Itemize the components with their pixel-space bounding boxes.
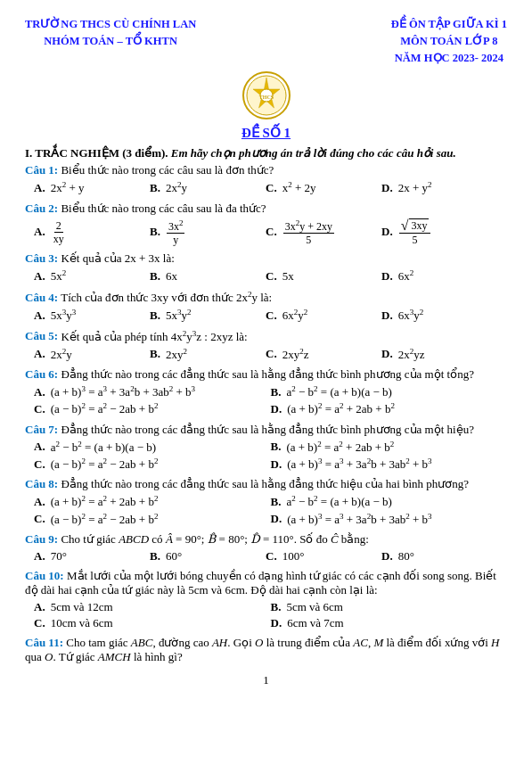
q3-text: Kết quả của 2x + 3x là: xyxy=(61,251,174,265)
q10-label: Câu 10: xyxy=(25,569,64,582)
q2-label: Câu 2: xyxy=(25,202,58,215)
question-11: Câu 11: Cho tam giác ABC, đường cao AH. … xyxy=(25,636,507,664)
q1-a: A. 2x2 + y xyxy=(34,180,141,195)
q1-answers: A. 2x2 + y B. 2x2y C. x2 + 2y D. 2x + y2 xyxy=(34,180,507,195)
q2-a: A. 2xy xyxy=(34,218,141,247)
q2-b: B. 3x2y xyxy=(150,218,257,247)
q5-label: Câu 5: xyxy=(25,330,58,343)
question-10: Câu 10: Mắt lưới của một lưới bóng chuyề… xyxy=(25,569,507,630)
q6-d: D. (a + b)2 = a2 + 2ab + b2 xyxy=(271,401,499,416)
logo-container: THCS xyxy=(25,71,507,119)
section-desc: Em hãy chọn phương án trả lời đúng cho c… xyxy=(171,146,456,160)
q8-answers: A. (a + b)2 = a2 + 2ab + b2 B. a2 − b2 =… xyxy=(34,494,507,527)
q9-text: Cho tứ giác ABCD có Â = 90°; B̂ = 80°; D… xyxy=(61,532,369,546)
school-year: NĂM HỌC 2023- 2024 xyxy=(391,50,507,67)
q10-answers: A. 5cm và 12cm B. 5cm và 6cm C. 10cm và … xyxy=(34,600,507,630)
q2-text: Biểu thức nào trong các câu sau là đa th… xyxy=(61,202,266,215)
q3-c: C. 5x xyxy=(266,268,372,284)
question-7: Câu 7: Đẳng thức nào trong các đẳng thức… xyxy=(25,423,507,473)
q2-d: D. √3xy 5 xyxy=(381,218,488,247)
q1-b: B. 2x2y xyxy=(150,180,257,195)
q3-b: B. 6x xyxy=(150,268,257,284)
q5-d: D. 2x2yz xyxy=(381,347,488,362)
q8-label: Câu 8: xyxy=(25,477,58,490)
exam-info: ĐỀ ÔN TẬP GIỮA KÌ 1 MÔN TOÁN LỚP 8 NĂM H… xyxy=(391,16,507,66)
q4-label: Câu 4: xyxy=(25,291,58,304)
q1-label: Câu 1: xyxy=(25,163,58,177)
q6-answers: A. (a + b)3 = a3 + 3a2b + 3ab2 + b3 B. a… xyxy=(34,384,507,417)
q8-b: B. a2 − b2 = (a + b)(a − b) xyxy=(271,494,499,509)
q11-text: Cho tam giác ABC, đường cao AH. Gọi O là… xyxy=(25,636,499,663)
q4-c: C. 6x2y2 xyxy=(266,308,372,323)
school-logo: THCS xyxy=(242,71,291,119)
q4-d: D. 6x3y2 xyxy=(381,308,488,323)
question-1: Câu 1: Biểu thức nào trong các câu sau l… xyxy=(25,163,507,195)
q7-label: Câu 7: xyxy=(25,423,58,436)
exam-type: ĐỀ ÔN TẬP GIỮA KÌ 1 xyxy=(391,16,507,33)
q2-answers: A. 2xy B. 3x2y C. 3x2y + 2xy5 D. √3xy xyxy=(34,218,507,247)
q2-c: C. 3x2y + 2xy5 xyxy=(266,218,372,247)
exam-title: ĐỀ SỐ 1 xyxy=(25,125,507,141)
q8-text: Đẳng thức nào trong các đẳng thức sau là… xyxy=(61,477,469,490)
q9-d: D. 80° xyxy=(381,549,488,564)
q9-a: A. 70° xyxy=(34,549,141,564)
q4-answers: A. 5x3y3 B. 5x3y2 C. 6x2y2 D. 6x3y2 xyxy=(34,308,507,323)
subject: MÔN TOÁN LỚP 8 xyxy=(391,33,507,50)
q10-a: A. 5cm và 12cm xyxy=(34,600,262,614)
q7-b: B. (a + b)2 = a2 + 2ab + b2 xyxy=(271,440,499,455)
section-label: I. TRẮC NGHIỆM (3 điểm). xyxy=(25,146,168,160)
question-2: Câu 2: Biểu thức nào trong các câu sau l… xyxy=(25,202,507,247)
question-3: Câu 3: Kết quả của 2x + 3x là: A. 5x2 B.… xyxy=(25,251,507,284)
q9-b: B. 60° xyxy=(150,549,257,564)
q5-text: Kết quả của phép tính 4x2y3z : 2xyz là: xyxy=(61,330,247,343)
q6-c: C. (a − b)2 = a2 − 2ab + b2 xyxy=(34,401,262,416)
q3-d: D. 6x2 xyxy=(381,268,488,284)
q10-c: C. 10cm và 6cm xyxy=(34,616,262,630)
school-info: TRƯỜNG THCS CÙ CHÍNH LAN NHÓM TOÁN – TỔ … xyxy=(25,16,196,50)
question-6: Câu 6: Đẳng thức nào trong các đẳng thức… xyxy=(25,367,507,417)
q3-answers: A. 5x2 B. 6x C. 5x D. 6x2 xyxy=(34,268,507,284)
q6-label: Câu 6: xyxy=(25,367,58,381)
q9-answers: A. 70° B. 60° C. 100° D. 80° xyxy=(34,549,507,564)
q1-text: Biểu thức nào trong các câu sau là đơn t… xyxy=(61,163,274,177)
section-title: I. TRẮC NGHIỆM (3 điểm). Em hãy chọn phư… xyxy=(25,146,507,160)
q5-c: C. 2xy2z xyxy=(266,347,372,362)
group-name: NHÓM TOÁN – TỔ KHTN xyxy=(25,33,196,50)
q9-c: C. 100° xyxy=(266,549,372,564)
q5-b: B. 2xy2 xyxy=(150,347,257,362)
q6-text: Đẳng thức nào trong các đẳng thức sau là… xyxy=(61,367,474,381)
q8-c: C. (a − b)2 = a2 − 2ab + b2 xyxy=(34,512,262,527)
q4-a: A. 5x3y3 xyxy=(34,308,141,323)
q1-c: C. x2 + 2y xyxy=(266,180,372,195)
q1-d: D. 2x + y2 xyxy=(381,180,488,195)
q9-label: Câu 9: xyxy=(25,532,58,546)
q4-text: Tích của đơn thức 3xy với đơn thức 2x2y … xyxy=(61,291,272,304)
q7-a: A. a2 − b2 = (a + b)(a − b) xyxy=(34,440,262,455)
q11-label: Câu 11: xyxy=(25,636,63,649)
q4-b: B. 5x3y2 xyxy=(150,308,257,323)
q7-answers: A. a2 − b2 = (a + b)(a − b) B. (a + b)2 … xyxy=(34,440,507,473)
school-name: TRƯỜNG THCS CÙ CHÍNH LAN xyxy=(25,16,196,33)
q7-text: Đẳng thức nào trong các đẳng thức sau là… xyxy=(61,423,474,436)
q6-a: A. (a + b)3 = a3 + 3a2b + 3ab2 + b3 xyxy=(34,384,262,399)
question-8: Câu 8: Đẳng thức nào trong các đẳng thức… xyxy=(25,477,507,527)
q5-a: A. 2x2y xyxy=(34,347,141,362)
q7-d: D. (a + b)3 = a3 + 3a2b + 3ab2 + b3 xyxy=(271,457,499,472)
q8-d: D. (a + b)3 = a3 + 3a2b + 3ab2 + b3 xyxy=(271,512,499,527)
q3-label: Câu 3: xyxy=(25,251,58,265)
q8-a: A. (a + b)2 = a2 + 2ab + b2 xyxy=(34,494,262,509)
question-9: Câu 9: Cho tứ giác ABCD có Â = 90°; B̂ =… xyxy=(25,532,507,564)
q7-c: C. (a − b)2 = a2 − 2ab + b2 xyxy=(34,457,262,472)
svg-text:THCS: THCS xyxy=(258,95,274,100)
page-number: 1 xyxy=(25,673,507,687)
question-4: Câu 4: Tích của đơn thức 3xy với đơn thứ… xyxy=(25,290,507,324)
q10-text: Mắt lưới của một lưới bóng chuyền có dạn… xyxy=(25,569,496,597)
q6-b: B. a2 − b2 = (a + b)(a − b) xyxy=(271,384,499,399)
q10-b: B. 5cm và 6cm xyxy=(271,600,499,614)
page-header: TRƯỜNG THCS CÙ CHÍNH LAN NHÓM TOÁN – TỔ … xyxy=(25,16,507,66)
question-5: Câu 5: Kết quả của phép tính 4x2y3z : 2x… xyxy=(25,328,507,362)
q3-a: A. 5x2 xyxy=(34,268,141,284)
q5-answers: A. 2x2y B. 2xy2 C. 2xy2z D. 2x2yz xyxy=(34,347,507,362)
q10-d: D. 6cm và 7cm xyxy=(271,616,499,630)
